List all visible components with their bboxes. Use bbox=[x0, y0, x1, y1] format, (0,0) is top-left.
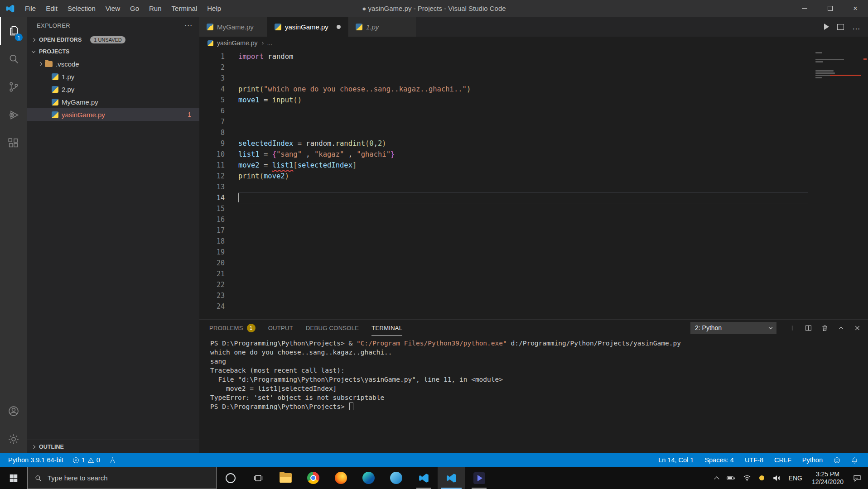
extensions-icon[interactable] bbox=[0, 129, 27, 157]
code-line-8[interactable]: 8 bbox=[199, 127, 868, 138]
source-control-icon[interactable] bbox=[0, 73, 27, 101]
app-icon[interactable] bbox=[382, 467, 410, 489]
line-number[interactable]: 5 bbox=[199, 95, 238, 105]
network-icon[interactable] bbox=[740, 467, 754, 489]
task-view-icon[interactable] bbox=[244, 467, 272, 489]
line-number[interactable]: 16 bbox=[199, 214, 238, 225]
tray-status-icon[interactable] bbox=[756, 467, 767, 489]
tab-yasinGame.py[interactable]: yasinGame.py bbox=[267, 17, 348, 37]
code-line-2[interactable]: 2 bbox=[199, 62, 868, 73]
menu-item-selection[interactable]: Selection bbox=[63, 0, 101, 17]
status-problems[interactable]: 1 0 bbox=[69, 453, 104, 467]
code-line-21[interactable]: 21 bbox=[199, 268, 868, 279]
panel-tab-debug-console[interactable]: DEBUG CONSOLE bbox=[306, 320, 359, 336]
editor-more-actions-icon[interactable]: … bbox=[852, 22, 861, 32]
file-item-yasinGame.py[interactable]: yasinGame.py1 bbox=[27, 108, 199, 121]
status-cursor-position[interactable]: Ln 14, Col 1 bbox=[655, 453, 697, 467]
code-line-9[interactable]: 9selectedIndex = random.randint(0,2) bbox=[199, 138, 868, 149]
explorer-icon[interactable]: 1 bbox=[0, 17, 27, 45]
editor[interactable]: 1import random234print("which one do you… bbox=[199, 49, 868, 319]
status-indentation[interactable]: Spaces: 4 bbox=[701, 453, 738, 467]
code-line-3[interactable]: 3 bbox=[199, 73, 868, 84]
line-number[interactable]: 24 bbox=[199, 301, 238, 312]
language-indicator[interactable]: ENG bbox=[786, 467, 805, 489]
menu-item-file[interactable]: File bbox=[20, 0, 41, 17]
line-number[interactable]: 19 bbox=[199, 247, 238, 258]
taskbar-search[interactable]: Type here to search bbox=[27, 467, 217, 489]
feedback-smiley-icon[interactable] bbox=[830, 453, 844, 467]
vscode-taskbar-icon[interactable] bbox=[410, 467, 438, 489]
line-number[interactable]: 1 bbox=[199, 51, 238, 62]
terminal-shell-select[interactable]: 2: Python bbox=[690, 322, 776, 334]
movies-app-icon[interactable] bbox=[465, 467, 493, 489]
code-line-22[interactable]: 22 bbox=[199, 279, 868, 290]
section-outline[interactable]: OUTLINE bbox=[27, 440, 199, 453]
action-center-icon[interactable] bbox=[850, 467, 864, 489]
line-number[interactable]: 22 bbox=[199, 279, 238, 290]
code-line-13[interactable]: 13 bbox=[199, 182, 868, 192]
hidden-icons-chevron[interactable] bbox=[712, 467, 722, 489]
breadcrumb-more[interactable]: ... bbox=[267, 39, 272, 47]
line-number[interactable]: 4 bbox=[199, 84, 238, 95]
line-number[interactable]: 23 bbox=[199, 290, 238, 301]
code-line-20[interactable]: 20 bbox=[199, 258, 868, 268]
code-line-11[interactable]: 11move2 = list1[selectedIndex] bbox=[199, 160, 868, 171]
code-line-12[interactable]: 12print(move2) bbox=[199, 171, 868, 182]
status-python-version[interactable]: Python 3.9.1 64-bit bbox=[5, 453, 67, 467]
run-debug-icon[interactable] bbox=[0, 101, 27, 129]
run-file-icon[interactable] bbox=[824, 24, 829, 30]
line-number[interactable]: 11 bbox=[199, 160, 238, 171]
taskbar-clock[interactable]: 3:25 PM 12/24/2020 bbox=[807, 470, 848, 486]
line-number[interactable]: 14 bbox=[199, 192, 238, 203]
line-number[interactable]: 7 bbox=[199, 116, 238, 127]
panel-tab-output[interactable]: OUTPUT bbox=[268, 320, 293, 336]
file-item-1.py[interactable]: 1.py bbox=[27, 70, 199, 83]
status-eol[interactable]: CRLF bbox=[771, 453, 795, 467]
tab-MyGame.py[interactable]: MyGame.py bbox=[199, 17, 267, 37]
code-line-7[interactable]: 7 bbox=[199, 116, 868, 127]
line-number[interactable]: 17 bbox=[199, 225, 238, 236]
minimap[interactable] bbox=[815, 52, 861, 106]
code-line-24[interactable]: 24 bbox=[199, 301, 868, 312]
line-number[interactable]: 12 bbox=[199, 171, 238, 182]
notifications-bell-icon[interactable] bbox=[848, 453, 862, 467]
menu-item-help[interactable]: Help bbox=[202, 0, 226, 17]
unsaved-dot-icon[interactable] bbox=[337, 25, 341, 29]
start-button[interactable] bbox=[0, 467, 27, 489]
file-item-.vscode[interactable]: .vscode bbox=[27, 58, 199, 70]
vscode-taskbar-icon-active[interactable] bbox=[438, 467, 465, 489]
menu-item-go[interactable]: Go bbox=[125, 0, 144, 17]
line-number[interactable]: 6 bbox=[199, 105, 238, 116]
line-number[interactable]: 10 bbox=[199, 149, 238, 160]
code-line-17[interactable]: 17 bbox=[199, 225, 868, 236]
code-line-1[interactable]: 1import random bbox=[199, 51, 868, 62]
settings-gear-icon[interactable] bbox=[0, 425, 27, 453]
code-line-19[interactable]: 19 bbox=[199, 247, 868, 258]
close-button[interactable]: × bbox=[843, 0, 868, 17]
tab-1.py[interactable]: 1.py bbox=[348, 17, 416, 37]
line-number[interactable]: 9 bbox=[199, 138, 238, 149]
file-item-MyGame.py[interactable]: MyGame.py bbox=[27, 96, 199, 108]
status-flask-icon[interactable] bbox=[106, 453, 120, 467]
account-icon[interactable] bbox=[0, 397, 27, 425]
panel-tab-problems[interactable]: PROBLEMS1 bbox=[209, 320, 256, 336]
line-number[interactable]: 20 bbox=[199, 258, 238, 268]
code-line-14[interactable]: 14 bbox=[199, 192, 868, 203]
edge-icon[interactable] bbox=[355, 467, 382, 489]
code-line-5[interactable]: 5move1 = input() bbox=[199, 95, 868, 105]
line-number[interactable]: 3 bbox=[199, 73, 238, 84]
line-number[interactable]: 2 bbox=[199, 62, 238, 73]
section-open-editors[interactable]: OPEN EDITORS 1 UNSAVED bbox=[27, 34, 199, 46]
close-panel-icon[interactable] bbox=[853, 323, 862, 332]
line-number[interactable]: 13 bbox=[199, 182, 238, 192]
status-language[interactable]: Python bbox=[799, 453, 826, 467]
line-number[interactable]: 18 bbox=[199, 236, 238, 247]
battery-icon[interactable] bbox=[723, 467, 738, 489]
explorer-more-actions-icon[interactable]: ⋯ bbox=[184, 21, 193, 30]
split-terminal-icon[interactable] bbox=[804, 323, 813, 332]
code-line-16[interactable]: 16 bbox=[199, 214, 868, 225]
firefox-icon[interactable] bbox=[327, 467, 355, 489]
code-line-18[interactable]: 18 bbox=[199, 236, 868, 247]
line-number[interactable]: 8 bbox=[199, 127, 238, 138]
breadcrumb-file[interactable]: yasinGame.py bbox=[217, 39, 257, 47]
